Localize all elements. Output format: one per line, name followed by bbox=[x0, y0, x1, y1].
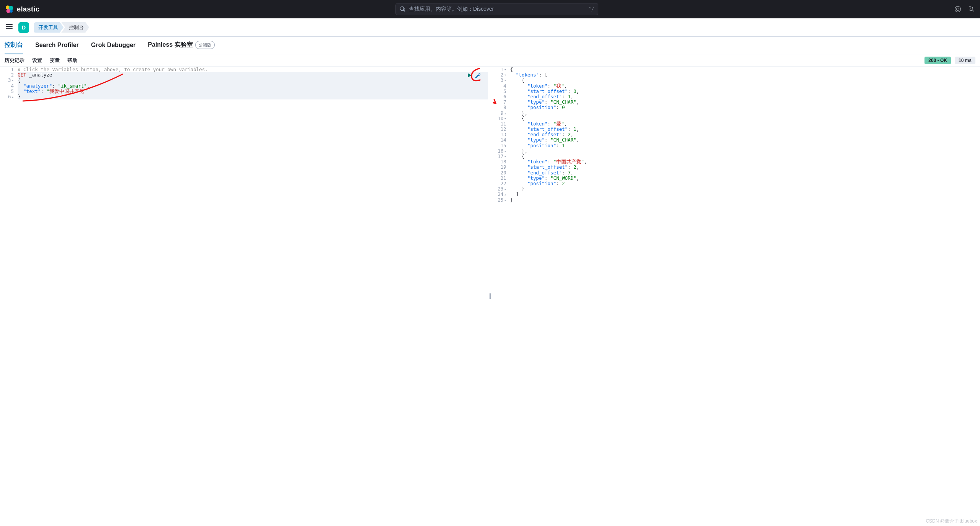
line-number: 2▾ bbox=[493, 72, 506, 78]
response-code-line[interactable]: "start_offset": 0, bbox=[510, 89, 980, 94]
fold-toggle[interactable]: ▴ bbox=[12, 94, 14, 99]
line-number: 6 bbox=[493, 94, 506, 99]
svg-point-5 bbox=[957, 8, 959, 11]
tab-console[interactable]: 控制台 bbox=[5, 36, 23, 54]
request-code-line[interactable]: "text": "我爱中国共产党" bbox=[18, 89, 488, 94]
line-number: 12 bbox=[493, 127, 506, 132]
response-code-line[interactable]: "position": 2 bbox=[510, 181, 980, 186]
response-code-line[interactable]: } bbox=[510, 197, 980, 203]
submenu-history[interactable]: 历史记录 bbox=[5, 57, 24, 64]
response-code-line[interactable]: "position": 0 bbox=[510, 105, 980, 110]
fold-toggle[interactable]: ▾ bbox=[504, 72, 506, 78]
editor-split: 123▾456▴ # Click the Variables button, a… bbox=[0, 67, 980, 524]
tab-painless-lab[interactable]: Painless 实验室 公测版 bbox=[148, 36, 214, 54]
elastic-logo-icon bbox=[5, 5, 14, 14]
line-number: 14 bbox=[493, 137, 506, 143]
devtools-tabs: 控制台 Search Profiler Grok Debugger Painle… bbox=[0, 37, 980, 54]
response-code-line[interactable]: }, bbox=[510, 111, 980, 116]
response-pane[interactable]: 1▾2▾3▾456789▴10▾111213141516▴17▾18192021… bbox=[493, 67, 980, 524]
breadcrumb-devtools[interactable]: 开发工具 bbox=[34, 22, 64, 33]
request-options-button[interactable] bbox=[475, 72, 481, 80]
response-code-line[interactable]: "start_offset": 2, bbox=[510, 164, 980, 170]
fold-toggle[interactable]: ▴ bbox=[504, 148, 506, 154]
response-code-line[interactable]: "token": "中国共产党", bbox=[510, 159, 980, 164]
global-header: elastic 查找应用、内容等。例如：Discover ^/ bbox=[0, 0, 980, 18]
response-code-line[interactable]: "end_offset": 1, bbox=[510, 94, 980, 99]
line-number: 25▴ bbox=[493, 197, 506, 203]
response-code-line[interactable]: "start_offset": 1, bbox=[510, 127, 980, 132]
response-code-line[interactable]: } bbox=[510, 186, 980, 192]
pane-splitter[interactable]: ‖ bbox=[488, 67, 493, 524]
line-number: 19 bbox=[493, 164, 506, 170]
breadcrumb-items: 开发工具 控制台 bbox=[34, 22, 89, 33]
fold-toggle[interactable]: ▴ bbox=[504, 192, 506, 197]
line-number: 8 bbox=[493, 105, 506, 110]
line-number: 24▴ bbox=[493, 192, 506, 197]
line-number: 16▴ bbox=[493, 148, 506, 154]
header-search-wrap: 查找应用、内容等。例如：Discover ^/ bbox=[44, 3, 949, 15]
request-code-line[interactable]: } bbox=[18, 94, 488, 99]
response-code-line[interactable]: ] bbox=[510, 192, 980, 197]
response-code-line[interactable]: "end_offset": 7, bbox=[510, 170, 980, 176]
submenu-settings[interactable]: 设置 bbox=[32, 57, 42, 64]
response-code-line[interactable]: { bbox=[510, 67, 980, 72]
fold-toggle[interactable]: ▾ bbox=[12, 78, 14, 83]
response-code-line[interactable]: "type": "CN_WORD", bbox=[510, 176, 980, 181]
request-pane[interactable]: 123▾456▴ # Click the Variables button, a… bbox=[0, 67, 488, 524]
submenu-help[interactable]: 帮助 bbox=[67, 57, 77, 64]
request-code-line[interactable]: GET _analyze bbox=[18, 72, 488, 78]
line-number: 6▴ bbox=[0, 94, 14, 99]
response-code-line[interactable]: { bbox=[510, 154, 980, 159]
response-code-line[interactable]: "position": 1 bbox=[510, 143, 980, 148]
response-code-line[interactable]: "tokens": [ bbox=[510, 72, 980, 78]
request-code-line[interactable]: { bbox=[18, 78, 488, 83]
line-number: 15 bbox=[493, 143, 506, 148]
request-code-line[interactable]: # Click the Variables button, above, to … bbox=[18, 67, 488, 72]
line-number: 5 bbox=[0, 89, 14, 94]
fold-toggle[interactable]: ▾ bbox=[504, 116, 506, 121]
response-code-line[interactable]: { bbox=[510, 78, 980, 83]
response-code-line[interactable]: }, bbox=[510, 148, 980, 154]
tab-search-profiler[interactable]: Search Profiler bbox=[35, 37, 79, 54]
fold-toggle[interactable]: ▴ bbox=[504, 111, 506, 116]
svg-point-4 bbox=[955, 7, 961, 12]
response-code-line[interactable]: "type": "CN_CHAR", bbox=[510, 137, 980, 143]
response-code-line[interactable]: "token": "爱", bbox=[510, 121, 980, 127]
response-code-line[interactable]: "type": "CN_CHAR", bbox=[510, 99, 980, 105]
fold-toggle[interactable]: ▾ bbox=[504, 67, 506, 72]
header-right bbox=[954, 5, 975, 13]
line-number: 21 bbox=[493, 176, 506, 181]
nav-toggle-button[interactable] bbox=[5, 23, 14, 32]
fold-toggle[interactable]: ▴ bbox=[504, 197, 506, 203]
request-code-line[interactable]: "analyzer": "ik_smart", bbox=[18, 83, 488, 89]
submenu-variables[interactable]: 变量 bbox=[50, 57, 60, 64]
line-number: 20 bbox=[493, 170, 506, 176]
line-number: 4 bbox=[493, 83, 506, 89]
newsfeed-icon[interactable] bbox=[954, 5, 962, 13]
help-icon[interactable] bbox=[968, 5, 975, 13]
space-selector[interactable]: D bbox=[18, 22, 29, 33]
line-number: 9▴ bbox=[493, 111, 506, 116]
console-submenu: 历史记录 设置 变量 帮助 200 - OK 10 ms bbox=[0, 54, 980, 67]
fold-toggle[interactable]: ▾ bbox=[504, 154, 506, 159]
search-placeholder: 查找应用、内容等。例如：Discover bbox=[409, 6, 586, 13]
line-number: 2 bbox=[0, 72, 14, 78]
logo-group[interactable]: elastic bbox=[5, 5, 40, 14]
line-number: 18 bbox=[493, 159, 506, 164]
response-status-badge: 200 - OK bbox=[924, 57, 951, 64]
search-icon bbox=[400, 6, 406, 12]
send-request-button[interactable] bbox=[467, 73, 472, 79]
response-code-line[interactable]: "end_offset": 2, bbox=[510, 132, 980, 137]
svg-point-3 bbox=[10, 10, 13, 13]
response-code-line[interactable]: { bbox=[510, 116, 980, 121]
line-number: 10▾ bbox=[493, 116, 506, 121]
line-number: 1 bbox=[0, 67, 14, 72]
response-code-line[interactable]: "token": "我", bbox=[510, 83, 980, 89]
search-shortcut: ^/ bbox=[588, 7, 594, 12]
fold-toggle[interactable]: ▾ bbox=[504, 78, 506, 83]
tab-grok-debugger[interactable]: Grok Debugger bbox=[91, 37, 136, 54]
global-search-input[interactable]: 查找应用、内容等。例如：Discover ^/ bbox=[395, 3, 598, 15]
fold-toggle[interactable]: ▴ bbox=[504, 186, 506, 192]
breadcrumb-console: 控制台 bbox=[61, 22, 89, 33]
brand-text: elastic bbox=[17, 5, 40, 13]
